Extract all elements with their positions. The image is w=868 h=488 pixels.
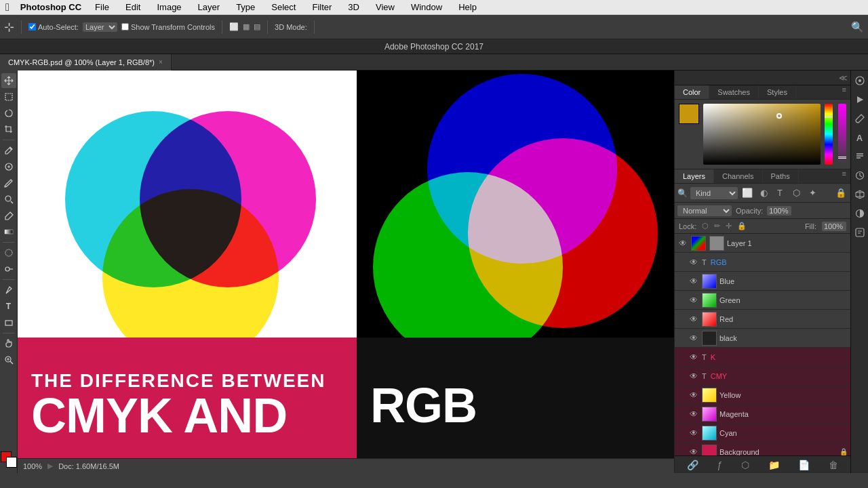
delete-layer-icon[interactable]: 🗑 [829, 460, 838, 470]
panel-collapse-icon[interactable]: ≪ [839, 73, 848, 83]
tab-layers[interactable]: Layers [675, 169, 714, 183]
menu-image[interactable]: Image [154, 2, 184, 12]
visibility-icon[interactable]: 👁 [688, 277, 699, 286]
spot-heal-tool[interactable] [1, 159, 16, 174]
visibility-icon[interactable]: 👁 [677, 239, 688, 248]
hand-tool[interactable] [1, 336, 16, 351]
type-tool-icon[interactable]: A [852, 130, 867, 145]
lock-all-icon[interactable]: 🔒 [737, 222, 747, 230]
crop-tool[interactable] [1, 122, 16, 137]
zoom-tool[interactable] [1, 352, 16, 367]
tab-channels[interactable]: Channels [714, 169, 762, 183]
menu-3d[interactable]: 3D [345, 2, 362, 12]
tab-styles[interactable]: Styles [759, 85, 796, 99]
library-icon[interactable] [852, 225, 867, 240]
filter-text-icon[interactable]: T [773, 186, 787, 200]
dodge-tool[interactable] [1, 262, 16, 277]
brush-tool[interactable] [1, 176, 16, 190]
layer-item[interactable]: 👁 Background 🔒 [675, 443, 850, 455]
transform-input[interactable] [121, 23, 129, 30]
clone-stamp-tool[interactable] [1, 192, 16, 207]
fill-input[interactable] [822, 222, 846, 231]
layer-item[interactable]: 👁 Layer 1 [675, 234, 850, 253]
visibility-icon[interactable]: 👁 [688, 314, 699, 324]
lasso-tool[interactable] [1, 106, 16, 121]
paragraph-icon[interactable] [852, 149, 867, 164]
play-actions-icon[interactable] [852, 92, 867, 107]
visibility-icon[interactable]: 👁 [688, 409, 699, 419]
3d-icon[interactable] [852, 187, 867, 202]
autoselect-input[interactable] [28, 23, 36, 30]
layer-item[interactable]: 👁 black [675, 329, 850, 348]
add-style-icon[interactable]: ƒ [717, 460, 723, 470]
layers-panel-menu[interactable]: ≡ [842, 169, 850, 183]
menu-file[interactable]: File [92, 2, 112, 12]
move-tool[interactable] [1, 73, 16, 88]
layer-item[interactable]: 👁 Green [675, 291, 850, 310]
tab-close-button[interactable]: × [159, 58, 163, 66]
visibility-icon[interactable]: 👁 [688, 296, 699, 305]
align-right-icon[interactable]: ▤ [254, 22, 260, 31]
lock-transparent-icon[interactable]: ⬡ [702, 222, 709, 230]
tab-paths[interactable]: Paths [763, 169, 799, 183]
show-transform-checkbox[interactable]: Show Transform Controls [121, 23, 215, 31]
brush-settings-icon[interactable] [852, 111, 867, 126]
blur-tool[interactable] [1, 245, 16, 260]
opacity-input[interactable] [767, 206, 791, 216]
pen-tool[interactable] [1, 283, 16, 298]
align-center-icon[interactable]: ▦ [243, 22, 250, 31]
layer-item[interactable]: 👁 Magenta [675, 405, 850, 424]
tab-color[interactable]: Color [675, 85, 709, 99]
blend-mode-select[interactable]: Normal Multiply Screen [677, 205, 732, 216]
gradient-tool[interactable] [1, 224, 16, 239]
filter-lock-icon[interactable]: 🔒 [834, 186, 848, 200]
tools-panel-icon[interactable] [852, 73, 867, 88]
search-icon[interactable]: 🔍 [851, 21, 864, 33]
text-tool[interactable]: T [1, 299, 16, 314]
filter-kind-select[interactable]: Kind [690, 187, 738, 199]
layer-item[interactable]: 👁 Red [675, 310, 850, 329]
menu-type[interactable]: Type [233, 2, 258, 12]
visibility-icon[interactable]: 👁 [688, 333, 699, 343]
color-panel-menu[interactable]: ≡ [842, 85, 850, 99]
autoselect-select[interactable]: Layer Group [83, 22, 117, 32]
opacity-strip[interactable] [838, 104, 846, 165]
menu-view[interactable]: View [373, 2, 397, 12]
menu-layer[interactable]: Layer [195, 2, 223, 12]
layer-item[interactable]: 👁 Yellow [675, 386, 850, 405]
layer-item[interactable]: 👁 Blue [675, 272, 850, 291]
tab-swatches[interactable]: Swatches [709, 85, 759, 99]
eraser-tool[interactable] [1, 208, 16, 223]
history-icon[interactable] [852, 168, 867, 183]
filter-shape-icon[interactable]: ⬡ [789, 186, 803, 200]
visibility-icon[interactable]: 👁 [688, 447, 699, 456]
autoselect-checkbox[interactable]: Auto-Select: [28, 23, 79, 31]
layer-item[interactable]: 👁 T RGB [675, 253, 850, 272]
new-layer-icon[interactable]: 📄 [798, 460, 810, 470]
menu-edit[interactable]: Edit [123, 2, 143, 12]
current-color-swatch[interactable] [679, 104, 699, 124]
menu-window[interactable]: Window [408, 2, 445, 12]
menu-help[interactable]: Help [456, 2, 479, 12]
background-color[interactable] [6, 457, 17, 468]
document-tab[interactable]: CMYK-RGB.psd @ 100% (Layer 1, RGB/8*) × [0, 54, 172, 70]
hue-strip[interactable] [825, 104, 833, 165]
lock-position-icon[interactable]: ✛ [726, 222, 732, 230]
filter-smart-icon[interactable]: ✦ [806, 186, 819, 200]
add-mask-icon[interactable]: ⬡ [741, 460, 749, 470]
align-left-icon[interactable]: ⬜ [229, 22, 239, 31]
filter-adjust-icon[interactable]: ◐ [757, 186, 770, 200]
marquee-tool[interactable] [1, 89, 16, 104]
link-layers-icon[interactable]: 🔗 [687, 460, 698, 470]
layer-item[interactable]: 👁 T CMY [675, 367, 850, 386]
filter-pixel-icon[interactable]: ⬜ [741, 186, 754, 200]
eyedropper-tool[interactable] [1, 143, 16, 158]
visibility-icon[interactable]: 👁 [688, 352, 699, 362]
visibility-icon[interactable]: 👁 [688, 371, 699, 381]
visibility-icon[interactable]: 👁 [688, 258, 699, 267]
lock-image-icon[interactable]: ✏ [714, 222, 720, 230]
adjustment-icon[interactable] [852, 206, 867, 221]
visibility-icon[interactable]: 👁 [688, 428, 699, 438]
menu-select[interactable]: Select [269, 2, 298, 12]
layer-item[interactable]: 👁 Cyan [675, 424, 850, 443]
